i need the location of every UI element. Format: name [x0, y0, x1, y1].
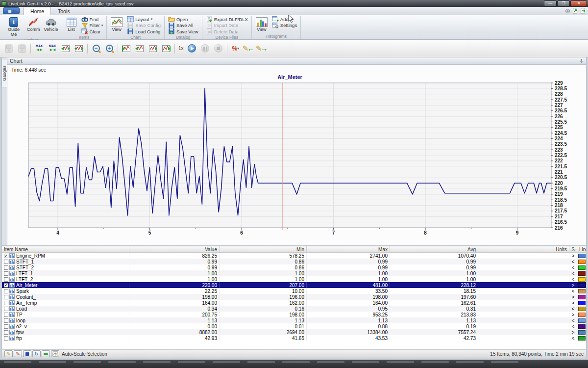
cell-line-color[interactable]	[577, 276, 587, 282]
cell-line-color[interactable]	[577, 306, 587, 312]
toolbar-cursor-prev-button[interactable]	[133, 42, 146, 55]
cell-line-color[interactable]	[577, 323, 587, 329]
row-checkbox[interactable]	[4, 265, 8, 270]
table-row-load[interactable]: Load 0.340.160.950.31<	[2, 306, 586, 312]
status-auto-scale-button[interactable]	[51, 350, 59, 357]
taskbar-item[interactable]	[282, 361, 310, 363]
table-row-engine-rpm[interactable]: ✔ Engine_RPM 826.25578.252741.001070.40>	[2, 253, 586, 259]
toolbar-zoom-out-button[interactable]: −	[90, 42, 102, 55]
taskbar-item[interactable]	[317, 361, 344, 363]
column-header-item-name[interactable]: Item Name	[2, 246, 129, 252]
taskbar-item[interactable]	[491, 361, 518, 363]
toolbar-zoom-in-button[interactable]: +	[103, 42, 116, 55]
table-row-coolant[interactable]: Coolant_ 198.00196.00198.00197.60>	[2, 294, 586, 300]
status-note-delete-button[interactable]: ✎	[14, 350, 22, 357]
status-flat-scale-button[interactable]	[42, 350, 50, 357]
cell-line-color[interactable]	[577, 288, 587, 294]
ribbon-vehicle-button[interactable]: Vehicle	[43, 16, 60, 33]
ribbon-view-button[interactable]: View	[254, 16, 270, 33]
close-button[interactable]: ✕	[570, 0, 587, 6]
launch-page-icon[interactable]	[580, 8, 586, 14]
toolbar-play-button[interactable]	[186, 42, 198, 55]
cell-line-color[interactable]	[577, 294, 587, 300]
ribbon-open-button[interactable]: Open	[167, 16, 200, 23]
line-color-swatch[interactable]	[578, 277, 586, 282]
row-checkbox[interactable]	[4, 277, 8, 282]
cell-scale-side[interactable]: <	[569, 323, 577, 329]
table-row-ltft-2[interactable]: LTFT_2 1.001.001.001.00<	[2, 276, 586, 282]
status-refresh-button[interactable]: ↻	[32, 350, 41, 357]
cell-scale-side[interactable]: >	[569, 329, 577, 335]
cell-scale-side[interactable]: >	[569, 312, 577, 317]
options-icon[interactable]	[565, 8, 570, 14]
table-row-stft-2[interactable]: STFT_2 0.990.860.990.99<	[2, 264, 586, 270]
taskbar-item[interactable]	[247, 361, 275, 363]
table-row-stft-1[interactable]: STFT_1 0.990.860.990.99<	[2, 259, 586, 264]
line-color-swatch[interactable]	[578, 260, 586, 264]
row-checkbox[interactable]	[4, 295, 8, 299]
toolbar-note-back-button[interactable]: ✎←	[243, 42, 255, 55]
row-checkbox[interactable]	[4, 313, 8, 317]
cell-line-color[interactable]	[577, 312, 587, 317]
cell-scale-side[interactable]: <	[569, 270, 577, 276]
chart-plot[interactable]: 216216.5217217.5218218.5219219.5220220.5…	[7, 65, 587, 246]
line-color-swatch[interactable]	[578, 301, 586, 305]
line-color-swatch[interactable]	[578, 318, 586, 323]
row-checkbox[interactable]	[4, 336, 8, 341]
row-checkbox[interactable]: ✔	[4, 283, 8, 288]
column-header-avg[interactable]: Avg	[390, 246, 478, 252]
column-header-min[interactable]: Min	[220, 246, 307, 252]
row-checkbox[interactable]	[4, 318, 8, 323]
cell-scale-side[interactable]: >	[569, 300, 577, 306]
table-row-air-temp[interactable]: Air_Temp 164.00162.00164.00162.61>	[2, 300, 586, 306]
toolbar-zoom-chart-out-button[interactable]	[59, 42, 72, 55]
tab-gauges[interactable]: Gauges	[1, 59, 7, 87]
cell-scale-side[interactable]: <	[569, 335, 577, 341]
line-color-swatch[interactable]	[578, 307, 586, 311]
cell-line-color[interactable]	[577, 259, 587, 264]
table-row-o2-v[interactable]: o2_v 0.00-0.010.880.19<	[2, 323, 586, 329]
ribbon-layout-button[interactable]: Layout▾	[125, 16, 162, 23]
column-header-units[interactable]: Units	[478, 246, 569, 252]
column-header-value[interactable]: Value	[129, 246, 220, 252]
status-line-color-button[interactable]	[23, 350, 31, 357]
column-header-line[interactable]: Line	[577, 246, 587, 252]
toolbar-zoom-max-out-button[interactable]: MAX◂ ▸	[33, 42, 46, 55]
cell-scale-side[interactable]: <	[569, 306, 577, 312]
row-checkbox[interactable]	[4, 271, 8, 276]
column-header-max[interactable]: Max	[307, 246, 390, 252]
ribbon-view-button[interactable]: View	[109, 16, 124, 33]
app-menu-button[interactable]: ▦▾	[3, 7, 20, 14]
ribbon-comm-button[interactable]: Comm	[25, 16, 42, 33]
taskbar-item[interactable]	[213, 361, 240, 363]
cell-line-color[interactable]	[577, 253, 587, 259]
ribbon-save-all-button[interactable]: Save All	[167, 23, 200, 29]
ribbon-list-button[interactable]: List	[64, 16, 79, 33]
table-row-loop[interactable]: loop 1.131.131.131.13<	[2, 317, 586, 323]
row-checkbox[interactable]	[4, 260, 8, 264]
taskbar-item[interactable]	[178, 361, 205, 363]
cell-scale-side[interactable]: >	[569, 294, 577, 300]
ribbon-add-button[interactable]: Add	[270, 16, 298, 23]
minimize-button[interactable]: —	[544, 0, 557, 6]
taskbar-item[interactable]	[387, 361, 414, 363]
line-color-swatch[interactable]	[578, 336, 586, 341]
taskbar-item[interactable]	[143, 361, 171, 363]
table-row-tp[interactable]: TP 200.75198.00953.25213.83>	[2, 312, 586, 317]
ribbon-find-button[interactable]: Find	[80, 16, 105, 23]
line-color-swatch[interactable]	[578, 265, 586, 270]
cell-line-color[interactable]	[577, 317, 587, 323]
cell-scale-side[interactable]: >	[569, 282, 577, 288]
ribbon-guide-me-button[interactable]: i Guide Me	[3, 16, 24, 38]
taskbar-item[interactable]	[108, 361, 136, 363]
toolbar-cursor-first-button[interactable]	[120, 42, 133, 55]
cell-scale-side[interactable]: <	[569, 259, 577, 264]
ribbon-clear-button[interactable]: Clear	[80, 28, 105, 35]
pin-icon[interactable]	[579, 58, 584, 64]
line-color-swatch[interactable]	[578, 271, 586, 276]
row-checkbox[interactable]	[4, 301, 8, 305]
ribbon-load-config-button[interactable]: Load Config	[125, 28, 162, 35]
column-header-s[interactable]: S	[569, 246, 577, 252]
toolbar-percent-button[interactable]: %▾	[229, 42, 242, 55]
line-color-swatch[interactable]	[578, 324, 586, 329]
